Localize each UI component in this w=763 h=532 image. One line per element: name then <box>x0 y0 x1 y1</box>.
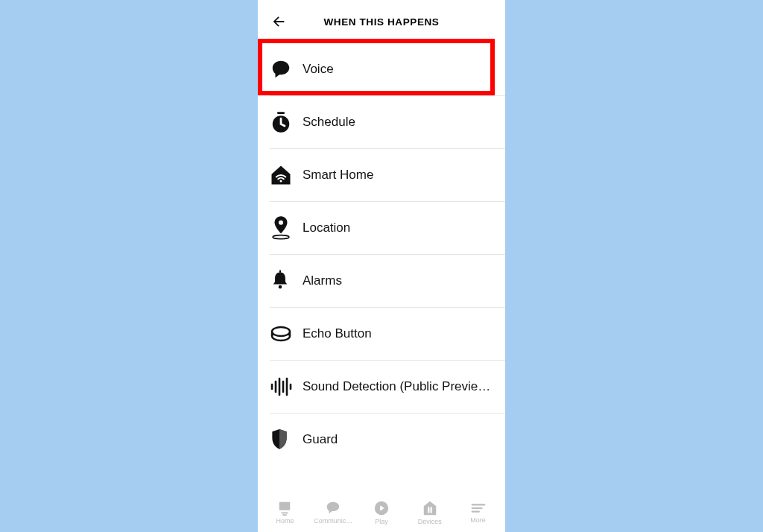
trigger-list: Voice Schedule <box>258 43 505 490</box>
trigger-row-schedule[interactable]: Schedule <box>258 96 505 148</box>
bottom-tab-bar: Home Communic… Play Devices <box>258 490 505 532</box>
tab-communicate[interactable]: Communic… <box>309 501 358 525</box>
trigger-row-guard[interactable]: Guard <box>258 414 505 466</box>
trigger-row-sound[interactable]: Sound Detection (Public Previe… <box>258 361 505 413</box>
home-wifi-icon <box>270 164 292 186</box>
trigger-label: Location <box>303 221 493 235</box>
trigger-label: Guard <box>303 432 493 447</box>
trigger-label: Voice <box>303 62 493 77</box>
devices-tab-icon <box>422 500 438 516</box>
svg-rect-19 <box>428 508 429 513</box>
button-disc-icon <box>270 325 292 343</box>
trigger-row-smarthome[interactable]: Smart Home <box>258 149 505 201</box>
svg-point-21 <box>428 507 429 508</box>
trigger-label: Echo Button <box>303 326 493 341</box>
trigger-row-echo[interactable]: Echo Button <box>258 308 505 360</box>
trigger-label: Alarms <box>303 273 493 288</box>
tab-home[interactable]: Home <box>261 501 309 525</box>
svg-rect-5 <box>279 270 281 273</box>
trigger-row-location[interactable]: Location <box>258 202 505 254</box>
svg-rect-17 <box>283 514 287 516</box>
svg-point-2 <box>280 180 282 182</box>
chat-tab-icon <box>325 501 341 516</box>
back-button[interactable] <box>268 11 289 32</box>
svg-point-6 <box>279 285 282 289</box>
soundwave-icon <box>270 377 292 396</box>
page-title: WHEN THIS HAPPENS <box>258 16 505 28</box>
svg-point-3 <box>279 221 283 225</box>
tab-devices[interactable]: Devices <box>405 500 454 525</box>
svg-point-22 <box>430 507 431 508</box>
svg-rect-0 <box>277 112 285 114</box>
trigger-row-alarms[interactable]: Alarms <box>258 255 505 307</box>
svg-rect-20 <box>430 508 431 513</box>
tab-more[interactable]: More <box>454 501 502 524</box>
speech-bubble-icon <box>270 58 292 80</box>
bell-icon <box>270 270 291 292</box>
svg-point-4 <box>273 235 289 239</box>
location-pin-icon <box>270 215 292 241</box>
phone-frame: WHEN THIS HAPPENS Voice Schedule <box>258 0 505 532</box>
tab-play[interactable]: Play <box>358 500 406 525</box>
shield-icon <box>270 428 289 451</box>
header: WHEN THIS HAPPENS <box>258 0 505 43</box>
trigger-label: Schedule <box>303 115 493 130</box>
svg-rect-15 <box>279 502 291 510</box>
trigger-label: Smart Home <box>303 168 493 183</box>
home-tab-icon <box>276 501 293 516</box>
trigger-row-voice[interactable]: Voice <box>258 43 505 95</box>
svg-rect-16 <box>282 512 288 513</box>
trigger-label: Sound Detection (Public Previe… <box>303 379 493 394</box>
play-tab-icon <box>373 500 390 516</box>
back-arrow-icon <box>270 13 287 30</box>
more-tab-icon <box>470 501 487 515</box>
svg-point-8 <box>272 327 290 336</box>
clock-icon <box>270 111 292 133</box>
